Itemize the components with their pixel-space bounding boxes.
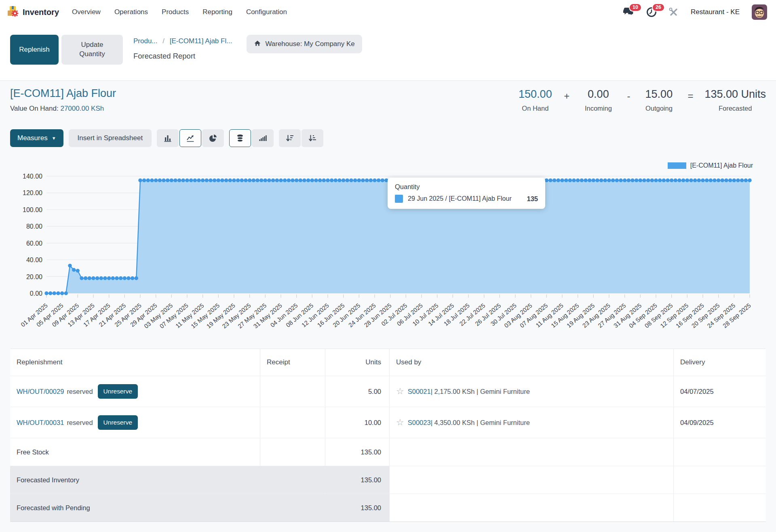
menu-overview[interactable]: Overview <box>72 8 101 16</box>
chart-point <box>111 276 115 280</box>
document-link[interactable]: WH/OUT/00031 <box>17 419 64 427</box>
chart-point <box>701 179 704 182</box>
product-title[interactable]: [E-COM11] Ajab Flour <box>10 87 116 100</box>
replenish-button[interactable]: Replenish <box>10 35 59 65</box>
chart-point <box>560 179 564 182</box>
menu-operations[interactable]: Operations <box>114 8 148 16</box>
chart-point <box>630 179 634 182</box>
chart-point <box>326 179 329 182</box>
chart-point <box>189 179 193 182</box>
y-axis-label: 20.00 <box>26 273 42 280</box>
value-on-hand-link[interactable]: 27000.00 KSh <box>60 105 104 112</box>
chart-point <box>576 179 580 182</box>
menu-products[interactable]: Products <box>162 8 189 16</box>
chart-legend: [E-COM11] Ajab Flour <box>10 161 766 170</box>
chart-point <box>131 276 134 280</box>
document-link[interactable]: WH/OUT/00029 <box>17 388 64 395</box>
incoming-label: Incoming <box>585 105 612 112</box>
forecast-report-page: [E-COM11] Ajab Flour Value On Hand: 2700… <box>0 81 776 522</box>
debug-tools-icon[interactable] <box>669 7 679 17</box>
menu-reporting[interactable]: Reporting <box>202 8 232 16</box>
chart-point <box>64 291 68 295</box>
chart-point <box>635 179 638 182</box>
line-chart-button[interactable] <box>179 129 201 147</box>
chart-point <box>115 276 118 280</box>
tooltip-value: 135 <box>527 195 538 203</box>
chart-point <box>353 179 357 182</box>
chart-point <box>615 179 619 182</box>
chart-point <box>557 179 560 182</box>
user-avatar[interactable] <box>752 4 767 20</box>
chart-point <box>568 179 572 182</box>
chart-point <box>306 179 310 182</box>
minus-operator: - <box>627 88 630 102</box>
chart-point <box>334 179 337 182</box>
warehouse-filter-chip[interactable]: Warehouse: My Company Ke <box>247 35 362 53</box>
sale-order-link[interactable]: S00021 <box>408 388 431 395</box>
chart-point <box>639 179 642 182</box>
chart-point <box>740 179 744 182</box>
delivery-cell: 04/07/2025 <box>674 376 766 407</box>
measures-button[interactable]: Measures ▼ <box>10 129 63 147</box>
y-axis-label: 0.00 <box>30 290 42 297</box>
breadcrumb-products[interactable]: Produ... <box>133 37 158 45</box>
on-hand-label: On Hand <box>522 105 548 112</box>
chart-point <box>361 179 365 182</box>
y-axis-label: 140.00 <box>23 173 42 180</box>
reserved-label: reserved <box>67 419 93 427</box>
unreserve-button[interactable]: Unreserve <box>98 384 138 399</box>
warehouse-filter-label: Warehouse: My Company Ke <box>265 40 354 48</box>
activities-clock-icon[interactable]: 26 <box>646 7 657 17</box>
chart-point <box>670 179 673 182</box>
delivery-cell <box>674 494 766 521</box>
star-icon[interactable]: ☆ <box>396 387 404 396</box>
chart-point <box>279 179 283 182</box>
app-brand[interactable]: Inventory <box>6 5 59 19</box>
sale-order-details: | 4,350.00 KSh | Gemini Furniture <box>431 419 530 427</box>
replenishment-cell: WH/OUT/00029reservedUnreserve <box>10 376 260 407</box>
chart-point <box>162 179 165 182</box>
chart-point <box>255 179 259 182</box>
chart-point <box>619 179 622 182</box>
stacked-view-button[interactable] <box>229 129 251 147</box>
chart-point <box>314 179 318 182</box>
breadcrumb: Produ... / [E-COM11] Ajab Fl... Forecast… <box>133 35 232 61</box>
chart-point <box>299 179 302 182</box>
chart-point <box>592 179 595 182</box>
insert-in-spreadsheet-button[interactable]: Insert in Spreadsheet <box>69 129 152 147</box>
star-icon[interactable]: ☆ <box>396 418 404 427</box>
chart-point <box>107 276 111 280</box>
chart-point <box>564 179 568 182</box>
chart-point <box>337 179 341 182</box>
chart-point <box>736 179 740 182</box>
sort-descending-button[interactable] <box>279 129 301 147</box>
menu-configuration[interactable]: Configuration <box>246 8 287 16</box>
chart-point <box>119 276 122 280</box>
sort-ascending-button[interactable] <box>302 129 323 147</box>
on-hand-value[interactable]: 150.00 <box>519 88 552 101</box>
plus-operator: + <box>564 88 569 102</box>
unreserve-button[interactable]: Unreserve <box>98 415 138 430</box>
forecasted-value: 135.00 Units <box>704 88 766 101</box>
chart-point <box>599 179 603 182</box>
chart-point <box>681 179 685 182</box>
bar-chart-button[interactable] <box>157 129 179 147</box>
chart-point <box>310 179 314 182</box>
chart-point <box>674 179 677 182</box>
chart-point <box>44 291 48 295</box>
chart-point <box>248 179 251 182</box>
cumulative-view-button[interactable] <box>252 129 274 147</box>
breadcrumb-product[interactable]: [E-COM11] Ajab Fl... <box>170 37 232 45</box>
chart-point <box>166 179 169 182</box>
chart-point <box>580 179 584 182</box>
chart-point <box>201 179 205 182</box>
company-switcher[interactable]: Restaurant - KE <box>691 8 740 16</box>
units-cell: 135.00 <box>325 438 390 466</box>
chart-point <box>275 179 279 182</box>
chart-point <box>713 179 716 182</box>
messages-icon[interactable]: 10 <box>623 7 634 17</box>
chart-point <box>689 179 693 182</box>
pie-chart-button[interactable] <box>202 129 224 147</box>
sale-order-link[interactable]: S00023 <box>408 419 431 427</box>
update-quantity-button[interactable]: Update Quantity <box>61 35 123 65</box>
